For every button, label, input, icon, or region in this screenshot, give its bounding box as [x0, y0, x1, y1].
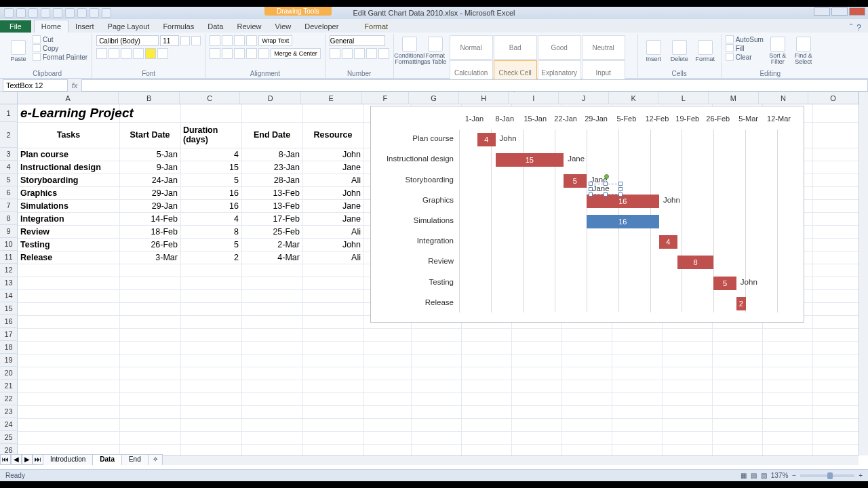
font-color-icon[interactable]: [157, 48, 168, 59]
bold-icon[interactable]: [96, 48, 107, 59]
font-name-select[interactable]: [96, 35, 159, 46]
close-icon[interactable]: [849, 7, 865, 16]
col-header-D[interactable]: D: [240, 92, 301, 104]
gantt-chart[interactable]: 1-Jan8-Jan15-Jan22-Jan29-Jan5-Feb12-Feb1…: [370, 106, 804, 323]
tab-insert[interactable]: Insert: [68, 20, 101, 33]
help-icon[interactable]: ?: [856, 23, 861, 33]
qat-btn[interactable]: [41, 8, 50, 18]
col-header-O[interactable]: O: [808, 92, 859, 104]
shrink-font-icon[interactable]: [191, 36, 201, 45]
row-header-7[interactable]: 7: [0, 199, 18, 212]
selection-handle[interactable]: [604, 182, 608, 186]
cell[interactable]: 26-Feb: [119, 238, 180, 251]
chart-bar[interactable]: 16: [587, 215, 659, 228]
paste-button[interactable]: Paste: [7, 35, 30, 66]
cell[interactable]: Graphics: [18, 186, 119, 199]
row-header-6[interactable]: 6: [0, 186, 18, 199]
chart-bar[interactable]: 15: [496, 153, 564, 167]
merge-center-button[interactable]: Merge & Center: [271, 48, 321, 59]
tab-format-context[interactable]: Format: [357, 20, 395, 33]
row-header-12[interactable]: 12: [0, 264, 18, 277]
col-header-K[interactable]: K: [609, 92, 659, 104]
style-normal[interactable]: Normal: [450, 35, 493, 60]
zoom-in-icon[interactable]: +: [859, 472, 863, 479]
row-header-3[interactable]: 3: [0, 148, 18, 161]
cell[interactable]: John: [302, 186, 363, 199]
align-bot-icon[interactable]: [234, 35, 245, 46]
col-header-G[interactable]: G: [409, 92, 459, 104]
row-header-24[interactable]: 24: [0, 418, 18, 431]
cell[interactable]: Duration (days): [180, 122, 241, 148]
row-header-1[interactable]: 1: [0, 104, 18, 122]
row-header-8[interactable]: 8: [0, 212, 18, 225]
italic-icon[interactable]: [108, 48, 119, 59]
cell[interactable]: e-Learning Project: [18, 104, 241, 122]
select-all-corner[interactable]: [0, 92, 18, 104]
cell[interactable]: Ali: [302, 225, 363, 238]
align-left-icon[interactable]: [210, 48, 220, 59]
cell[interactable]: Storyboarding: [18, 174, 119, 186]
chart-bar[interactable]: 4: [659, 235, 677, 249]
cell[interactable]: 2: [180, 251, 241, 264]
minimize-ribbon-icon[interactable]: ˆ: [850, 23, 852, 33]
row-header-20[interactable]: 20: [0, 367, 18, 380]
cell[interactable]: Ali: [302, 174, 363, 186]
row-header-23[interactable]: 23: [0, 405, 18, 418]
file-tab[interactable]: File: [0, 20, 31, 33]
tab-nav-next-icon[interactable]: ▶: [22, 454, 33, 465]
chart-bar[interactable]: 8: [677, 256, 714, 269]
cell[interactable]: Integration: [18, 212, 119, 225]
cell[interactable]: 5-Jan: [119, 148, 180, 161]
cell[interactable]: 5: [180, 174, 241, 186]
selection-handle[interactable]: [618, 192, 623, 197]
column-headers[interactable]: ABCDEFGHIJKLMNO: [18, 92, 859, 104]
cell[interactable]: 9-Jan: [119, 161, 180, 174]
row-header-15[interactable]: 15: [0, 302, 18, 315]
cells-area[interactable]: 1-Jan8-Jan15-Jan22-Jan29-Jan5-Feb12-Feb1…: [18, 104, 859, 455]
autosum-button[interactable]: AutoSum: [726, 35, 764, 43]
row-header-10[interactable]: 10: [0, 238, 18, 251]
style-bad[interactable]: Bad: [494, 35, 537, 60]
cell[interactable]: 29-Jan: [119, 199, 180, 212]
cell[interactable]: 23-Jan: [241, 161, 302, 174]
tab-review[interactable]: Review: [230, 20, 268, 33]
cell[interactable]: 4: [180, 212, 241, 225]
qat-btn[interactable]: [90, 8, 99, 18]
sheet-tab-introduction[interactable]: Introduction: [43, 454, 93, 465]
qat-save-icon[interactable]: [4, 8, 14, 18]
currency-icon[interactable]: [330, 48, 340, 59]
cell[interactable]: 18-Feb: [119, 225, 180, 238]
row-header-22[interactable]: 22: [0, 392, 18, 405]
selection-handle[interactable]: [589, 187, 593, 191]
cell[interactable]: Testing: [18, 238, 119, 251]
tab-nav-first-icon[interactable]: ⏮: [0, 454, 11, 465]
fill-button[interactable]: Fill: [726, 44, 764, 52]
selection-handle[interactable]: [589, 182, 593, 186]
cell[interactable]: 13-Feb: [241, 186, 302, 199]
chart-data-label[interactable]: Jane: [568, 155, 585, 163]
zoom-out-icon[interactable]: −: [792, 472, 796, 479]
cell[interactable]: 14-Feb: [119, 212, 180, 225]
tab-developer[interactable]: Developer: [298, 20, 345, 33]
cell[interactable]: John: [302, 148, 363, 161]
tab-view[interactable]: View: [269, 20, 298, 33]
sheet-tab-end[interactable]: End: [121, 454, 149, 465]
row-header-17[interactable]: 17: [0, 328, 18, 341]
row-header-5[interactable]: 5: [0, 174, 18, 186]
selection-handle[interactable]: [618, 187, 623, 191]
row-header-13[interactable]: 13: [0, 277, 18, 289]
cell[interactable]: Start Date: [119, 122, 180, 148]
fx-icon[interactable]: fx: [68, 81, 81, 89]
chart-bar[interactable]: 16: [587, 195, 659, 208]
worksheet-grid[interactable]: ABCDEFGHIJKLMNO 123456789101112131415161…: [0, 92, 868, 465]
cell[interactable]: Tasks: [18, 122, 119, 148]
cell[interactable]: Review: [18, 225, 119, 238]
cell[interactable]: 4-Mar: [241, 251, 302, 264]
cell[interactable]: Jane: [302, 212, 363, 225]
format-table-button[interactable]: Format as Table: [424, 35, 447, 66]
row-headers[interactable]: 1234567891011121314151617181920212223242…: [0, 104, 18, 455]
cell[interactable]: 8-Jan: [241, 148, 302, 161]
col-header-N[interactable]: N: [759, 92, 809, 104]
view-break-icon[interactable]: ▧: [761, 472, 767, 479]
row-header-25[interactable]: 25: [0, 431, 18, 444]
